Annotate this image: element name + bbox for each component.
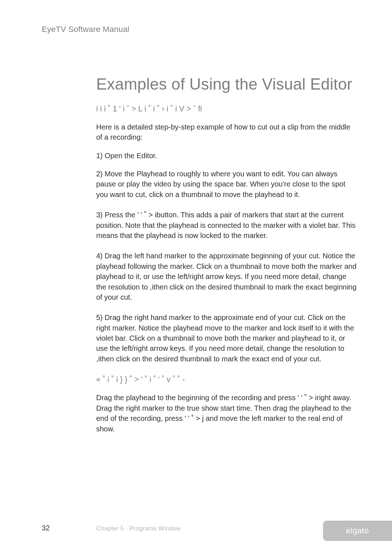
content-area: Examples of Using the Visual Editor i i … bbox=[96, 74, 358, 444]
running-header: EyeTV Software Manual bbox=[42, 25, 129, 34]
paragraph-step1: 1) Open the Editor. bbox=[96, 151, 358, 161]
paragraph-step5: 5) Drag the right hand marker to the app… bbox=[96, 312, 358, 364]
brand-label: elgato bbox=[346, 526, 369, 535]
chapter-label: Chapter 5 · Programs Window bbox=[96, 525, 181, 532]
paragraph-6: Drag the playhead to the beginning of th… bbox=[96, 393, 358, 434]
page-footer: 32 Chapter 5 · Programs Window elgato bbox=[0, 529, 392, 554]
paragraph-step4: 4) Drag the left hand marker to the appr… bbox=[96, 251, 358, 302]
section-heading-1: i i i ˚ 1 ' i ˆ > L i ˚ i ˚ › i ˚ i V > … bbox=[96, 103, 358, 115]
page: EyeTV Software Manual Examples of Using … bbox=[0, 0, 392, 554]
paragraph-intro: Here is a detailed step-by-step example … bbox=[96, 122, 358, 143]
paragraph-step3: 3) Press the ' ' ˚ > ibutton. This adds … bbox=[96, 210, 358, 241]
page-number: 32 bbox=[42, 524, 50, 532]
page-title: Examples of Using the Visual Editor bbox=[96, 74, 358, 94]
body-text-2: Drag the playhead to the beginning of th… bbox=[96, 393, 358, 434]
body-text: Here is a detailed step-by-step example … bbox=[96, 122, 358, 364]
paragraph-step2: 2) Move the Playhead to roughly to where… bbox=[96, 169, 358, 200]
section-heading-2: « ˚ i ˚ i } } ˚ > ' ˚ i ˚ ' ˚ v ˚ ˚ - bbox=[96, 374, 358, 385]
brand-tab: elgato bbox=[323, 521, 392, 541]
